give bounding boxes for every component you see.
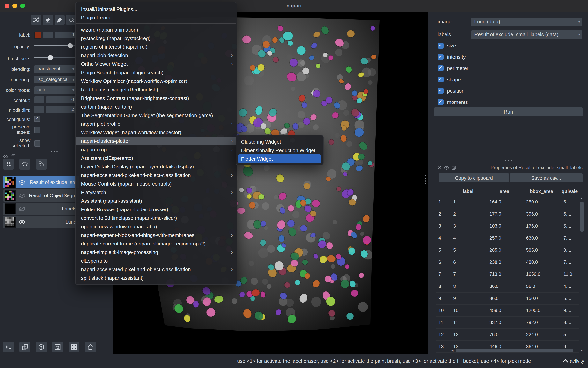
scroll-left-arrow[interactable] [450,348,455,353]
dock-hide-icon[interactable] [3,154,9,159]
layer-item-lund[interactable]: Lund [3,216,79,228]
row-header[interactable]: 8 [436,280,450,292]
feature-row-position[interactable]: position [438,87,465,94]
table-cell[interactable]: 337.0 [486,317,523,328]
home-button[interactable] [85,341,96,352]
row-header[interactable]: 10 [436,304,450,316]
new-points-layer-button[interactable] [3,159,14,170]
table-cell[interactable]: 7.... [560,232,579,244]
menu-item-folder-browser-napari-folder-browser[interactable]: Folder Browser (napari-folder-browser) [76,205,237,213]
menu-item-pystackreg-napari-pystackreg[interactable]: pystackreg (napari-pystackreg) [76,34,237,42]
table-cell[interactable]: 4 [450,232,486,244]
menu-item-plugin-errors[interactable]: Plugin Errors... [76,13,237,22]
table-cell[interactable]: 4.... [560,280,579,292]
table-row[interactable]: 11164.0280.06.... [436,196,579,208]
new-labels-layer-button[interactable] [36,159,47,170]
table-cell[interactable]: 6.... [560,208,579,220]
table-cell[interactable]: 792.0 [523,317,560,328]
blending-select[interactable]: translucent [34,65,76,73]
layer-visibility-on-icon[interactable] [18,220,26,224]
eraser-button[interactable] [43,15,53,25]
table-corner-cell[interactable] [436,187,450,196]
menu-item-napari-accelerated-pixel-and-object-classi[interactable]: napari-accelerated-pixel-and-object-clas… [76,171,237,179]
checkbox-intensity[interactable] [438,54,444,60]
dock-float-icon[interactable] [11,154,16,158]
menu-item-wizard-napari-animation[interactable]: wizard (napari-animation) [76,25,237,34]
slider-handle[interactable] [68,43,73,48]
table-cell[interactable]: 7.... [560,256,579,268]
table-row[interactable]: 44257.0630.07.... [436,232,579,244]
dock-drag-handle[interactable] [505,160,506,161]
layer-item-labels[interactable]: Labels [3,203,79,215]
table-row[interactable]: 66238.0480.07.... [436,256,579,268]
menu-item-ortho-viewer-widget[interactable]: Ortho Viewer Widget› [76,60,237,68]
table-cell[interactable]: 480.0 [523,256,560,268]
table-cell[interactable]: 9 [450,293,486,304]
menu-item-napari-crop[interactable]: napari-crop› [76,145,237,154]
table-cell[interactable]: 177.0 [486,208,523,220]
menu-item-red-lionfish-widget-redlionfish[interactable]: Red Lionfish_widget (RedLionfish) [76,85,237,94]
table-cell[interactable]: 585.0 [523,244,560,256]
label-value-field[interactable]: 1 [55,31,77,38]
menu-item-clesperanto[interactable]: clEsperanto› [76,256,237,265]
table-row[interactable]: 9986.0150.05.... [436,293,579,304]
feature-row-size[interactable]: size [438,42,456,49]
contour-spin-decrement[interactable]: — [34,96,44,103]
table-cell[interactable]: 56.0 [523,280,560,292]
table-row[interactable]: 1111337.0792.08.... [436,317,579,329]
table-cell[interactable]: 36.0 [486,280,523,292]
table-row[interactable]: 77713.01650.011.0 [436,268,579,280]
menu-item-plugin-search-napari-plugin-search[interactable]: Plugin Search (napari-plugin-search) [76,68,237,77]
table-row[interactable]: 8836.056.04.... [436,280,579,293]
row-header[interactable]: 13 [436,341,450,352]
toggle-ndisplay-button[interactable] [36,341,47,352]
row-header[interactable]: 7 [436,268,450,280]
row-header[interactable]: 1 [436,196,450,208]
slider-handle[interactable] [48,55,53,60]
menu-item-napari-simpleitk-image-processing[interactable]: napari-simpleitk-image-processing› [76,248,237,256]
n-edit-dim-value-field[interactable]: 2 [46,106,76,113]
table-cell[interactable]: 103.0 [486,220,523,232]
table-cell[interactable]: 76.0 [486,329,523,340]
layer-item-result-of-exclude-sm[interactable]: Result of exclude_sm [3,176,79,188]
save-as-csv-button[interactable]: Save as csv... [510,174,583,183]
checkbox-position[interactable] [438,88,444,93]
table-cell[interactable]: 280.0 [523,196,560,208]
preserve-labels-checkbox[interactable] [34,127,40,133]
copy-to-clipboard-button[interactable]: Copy to clipboard [439,174,509,183]
shuffle-colors-button[interactable] [31,15,41,25]
table-cell[interactable]: 224.0 [523,329,560,340]
menu-item-workflow-optimizer-napari-workflow-optimiz[interactable]: Workflow Optimizer (napari-workflow-opti… [76,77,237,85]
grid-view-button[interactable] [68,341,79,352]
feature-row-moments[interactable]: moments [438,98,468,105]
menu-item-mouse-controls-napari-mouse-controls[interactable]: Mouse Controls (napari-mouse-controls) [76,179,237,188]
table-cell[interactable]: 630.0 [523,232,560,244]
menu-item-assistant-clesperanto[interactable]: Assistant (clEsperanto) [76,154,237,162]
row-header[interactable]: 3 [436,220,450,232]
table-cell[interactable]: 6.... [560,196,579,208]
dock-drag-handle[interactable] [51,151,52,152]
menu-item-convert-to-2d-timelapse-napari-time-slicer[interactable]: convert to 2d timelapse (napari-time-sli… [76,213,237,222]
menu-item-open-in-new-window-napari-tabu[interactable]: open in new window (napari-tabu) [76,222,237,231]
transpose-dims-button[interactable] [19,341,30,352]
row-header[interactable]: 5 [436,244,450,256]
row-header[interactable]: 6 [436,256,450,268]
table-cell[interactable]: 285.0 [486,244,523,256]
menu-item-layer-details-display-napari-layer-details[interactable]: Layer Details Display (napari-layer-deta… [76,162,237,171]
fill-bucket-button[interactable] [66,15,76,25]
checkbox-perimeter[interactable] [438,65,444,71]
table-cell[interactable]: 1650.0 [523,268,560,280]
table-cell[interactable]: 2 [450,208,486,220]
table-cell[interactable]: 5.... [560,220,579,232]
label-spin-decrement[interactable]: — [43,31,53,38]
brush-size-slider[interactable] [34,55,76,61]
submenu-item-dimensionality-reduction-widget[interactable]: Dimensionality Reduction Widget [238,146,321,155]
table-cell[interactable]: 8 [450,280,486,292]
table-row[interactable]: 1010459.01200.09.... [436,304,579,317]
dock-float-icon[interactable] [452,166,456,170]
table-cell[interactable]: 176.0 [523,220,560,232]
activity-indicator[interactable]: activity [563,358,584,364]
feature-row-perimeter[interactable]: perimeter [438,64,468,72]
table-cell[interactable]: 6 [450,256,486,268]
table-cell[interactable]: 459.0 [486,304,523,316]
